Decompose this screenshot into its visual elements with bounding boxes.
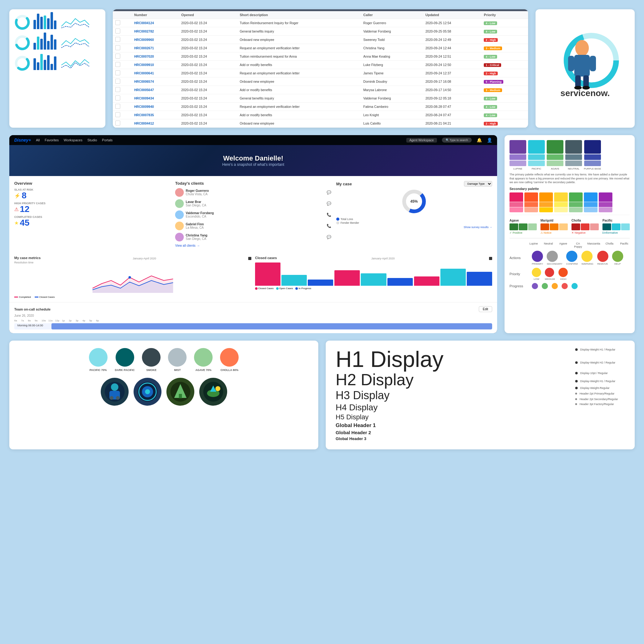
col-caller: Caller — [361, 11, 423, 19]
dark-pacific-circle — [116, 348, 134, 367]
nav-portals[interactable]: Portals — [102, 138, 112, 142]
show-survey-link[interactable]: Show survey results → — [336, 226, 492, 229]
illustration-3 — [166, 378, 194, 406]
col-checkbox — [113, 11, 132, 19]
search-bar[interactable]: 🔍 Type to search — [442, 138, 472, 143]
row-priority: 4 - Low — [481, 52, 528, 61]
row-checkbox[interactable] — [113, 86, 132, 94]
schedule-date: June 26, 2020 — [14, 314, 492, 317]
row-checkbox[interactable] — [113, 44, 132, 52]
row-opened: 2020-03-02 15:24 — [179, 52, 237, 61]
circle-agave-70: AGAVE 70% — [194, 348, 213, 372]
morning-label: Morning 06:00-14:00 — [17, 324, 43, 327]
row-priority: 3 - Medium — [481, 44, 528, 52]
line-chart-2 — [61, 36, 89, 50]
my-case-section: My case Damage Type 45% Total Loss — [336, 181, 492, 247]
client-icon-4: 📞 — [327, 224, 331, 228]
row-checkbox[interactable] — [113, 27, 132, 36]
row-caller: James Tipene — [361, 69, 423, 77]
case-donut: 45% — [402, 189, 426, 214]
row-id: HRC0009960 — [132, 36, 179, 44]
row-checkbox[interactable] — [113, 52, 132, 61]
row-priority: 4 - Low — [481, 19, 528, 27]
closed-menu[interactable] — [489, 257, 492, 260]
color-names-row: Lupine Neutral Agave CA Poppy Manzanita … — [509, 242, 630, 248]
palette-card: LUPINE PACIFIC AGAVE — [505, 135, 635, 333]
table-row[interactable]: HRC0002782 2020-03-02 15:24 General bene… — [113, 27, 528, 36]
my-case-title: My case — [336, 182, 352, 186]
table-row[interactable]: HRC0004412 2020-03-02 15:24 Onboard new … — [113, 119, 528, 128]
schedule-edit-button[interactable]: Edit — [479, 306, 492, 312]
row-checkbox[interactable] — [113, 119, 132, 128]
row-checkbox[interactable] — [113, 69, 132, 77]
svg-rect-33 — [179, 394, 182, 398]
progress-dot-2 — [542, 283, 548, 289]
client-name-3: Valdemar Forsberg — [186, 211, 214, 215]
metrics-menu[interactable] — [248, 257, 251, 260]
circles-card: PACIFIC 70% DARK PACIFIC SMOKE MIST AGAV… — [9, 341, 318, 449]
row-id: HRC0002671 — [132, 44, 179, 52]
svg-point-25 — [110, 396, 113, 400]
table-row[interactable]: HRC0006574 2020-03-02 15:24 Onboard new … — [113, 77, 528, 86]
closed-bar-chart — [255, 261, 492, 286]
row-caller: Luis Calvillo — [361, 119, 423, 128]
progress-dot-3 — [552, 283, 558, 289]
primary-action: PRIMARY — [532, 251, 543, 265]
remove-btn[interactable] — [597, 251, 608, 262]
row-desc: General benefits inquiry — [237, 27, 361, 36]
warning-btn[interactable] — [581, 251, 593, 262]
client-loc-3: Escondido, CA — [186, 215, 214, 218]
row-checkbox[interactable] — [113, 77, 132, 86]
table-row[interactable]: HRC0009940 2020-03-02 15:24 Request an e… — [113, 103, 528, 111]
avatar-4 — [175, 222, 184, 230]
client-loc-5: San Diego, CA — [186, 237, 207, 240]
row-checkbox[interactable] — [113, 94, 132, 103]
nav-all[interactable]: All — [36, 138, 40, 142]
metrics-period: January-April 2020 — [133, 257, 156, 260]
table-row[interactable]: HRC0007020 2020-03-02 15:24 Tuition reim… — [113, 52, 528, 61]
view-all-clients[interactable]: View all clients → — [175, 244, 331, 247]
clients-section: Today's clients Roger Guerrero Chula Vis… — [175, 181, 331, 247]
donut-chart-3 — [14, 55, 30, 71]
row-desc: General benefits inquiry — [237, 94, 361, 103]
client-icon-5: 💬 — [327, 235, 331, 239]
agave-label: AGAVE 70% — [194, 368, 213, 372]
help-btn[interactable] — [612, 251, 623, 262]
client-item-1: Roger Guerrero Chula Vista, CA 💬 — [175, 188, 331, 197]
row-checkbox[interactable] — [113, 103, 132, 111]
dot-2 — [575, 361, 578, 364]
confirm-btn[interactable] — [566, 251, 577, 262]
line-chart-1 — [61, 15, 89, 29]
row-checkbox[interactable] — [113, 111, 132, 119]
svg-rect-11 — [590, 56, 596, 71]
table-row[interactable]: HRC0004124 2020-03-02 15:24 Tuition Reim… — [113, 19, 528, 27]
row-id: HRC0007020 — [132, 52, 179, 61]
primary-btn[interactable] — [532, 251, 543, 262]
user-icon: 👤 — [487, 138, 492, 143]
nav-workspaces[interactable]: Workspaces — [64, 138, 82, 142]
agave-semantic: Agave ✓ Positive — [509, 219, 537, 234]
client-icon-2: 💬 — [327, 201, 331, 206]
nav-studio[interactable]: Studio — [87, 138, 97, 142]
row-checkbox[interactable] — [113, 61, 132, 69]
table-row[interactable]: HRC0009910 2020-03-02 15:24 Add or modif… — [113, 61, 528, 69]
dot-5 — [575, 387, 578, 389]
row-updated: 2020-09-17 16:08 — [423, 77, 482, 86]
illustration-row — [17, 378, 311, 406]
row-updated: 2020-09-17 14:50 — [423, 86, 482, 94]
table-row[interactable]: HRC0009960 2020-03-02 15:24 Onboard new … — [113, 36, 528, 44]
table-row[interactable]: HRC0009434 2020-03-02 15:24 General bene… — [113, 94, 528, 103]
row-checkbox[interactable] — [113, 36, 132, 44]
illustration-2 — [134, 378, 161, 406]
table-row[interactable]: HRC0002671 2020-03-02 15:24 Request an e… — [113, 44, 528, 52]
table-row[interactable]: HRC0000641 2020-03-02 15:24 Request an e… — [113, 69, 528, 77]
row-checkbox[interactable] — [113, 19, 132, 27]
secondary-btn[interactable] — [547, 251, 558, 262]
row-id: HRC0006574 — [132, 77, 179, 86]
damage-type-select[interactable]: Damage Type — [464, 181, 492, 187]
nav-favorites[interactable]: Favorites — [45, 138, 59, 142]
table-row[interactable]: HRC0007835 2020-03-02 15:24 Add or modif… — [113, 111, 528, 119]
priority-action-label: Priority — [509, 272, 528, 276]
table-row[interactable]: HRC0005647 2020-03-02 15:24 Add or modif… — [113, 86, 528, 94]
dot-1 — [575, 348, 578, 351]
